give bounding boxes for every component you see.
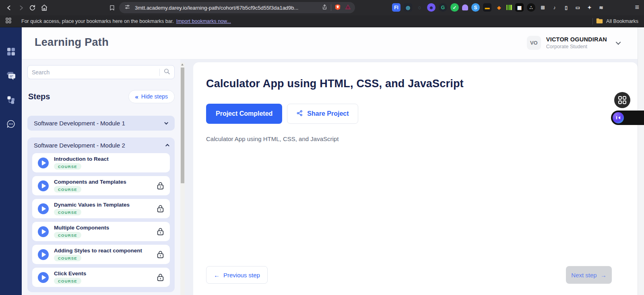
page-content: Learning Path VO VICTOR OGUNDIRAN Corpor… — [0, 27, 644, 295]
next-step-button[interactable]: Next step → — [566, 266, 612, 284]
module-2-accordion[interactable]: Software Development - Module 2 — [27, 137, 175, 153]
course-title: Introduction to React — [54, 156, 164, 162]
course-badge: COURSE — [54, 209, 81, 215]
play-icon[interactable] — [38, 226, 49, 237]
search-input[interactable] — [32, 69, 159, 76]
avatar[interactable]: VO — [527, 36, 541, 50]
play-icon[interactable] — [38, 249, 49, 260]
widget-grid-button[interactable] — [614, 92, 630, 108]
share-project-button[interactable]: Share Project — [287, 104, 358, 124]
chevron-up-icon — [165, 143, 169, 148]
shield-wifi-icon[interactable]: ≋ — [597, 3, 605, 12]
play-icon[interactable] — [38, 272, 49, 283]
double-chevron-left-icon: « — [135, 93, 138, 100]
page-title: Learning Path — [35, 36, 109, 49]
previous-step-button[interactable]: ← Previous step — [206, 266, 268, 284]
all-bookmarks-label[interactable]: All Bookmarks — [606, 18, 638, 24]
purple-assistant-icon[interactable]: ☻ — [427, 3, 436, 12]
share-nodes-icon — [296, 110, 303, 118]
course-item[interactable]: Click EventsCOURSE — [32, 268, 170, 287]
course-item[interactable]: Components and TemplatesCOURSE — [32, 176, 170, 195]
module-2-title: Software Development - Module 2 — [34, 142, 125, 149]
browser-menu-icon[interactable]: ≡ — [635, 3, 639, 12]
music-note-icon[interactable]: ♪ — [550, 3, 559, 12]
app-header: Learning Path VO VICTOR OGUNDIRAN Corpor… — [22, 27, 644, 59]
share-project-label: Share Project — [307, 110, 349, 117]
play-icon[interactable] — [38, 203, 49, 214]
home-icon[interactable] — [39, 3, 49, 12]
flow-chart-icon[interactable] — [6, 95, 16, 104]
s-assistant-icon[interactable]: S — [471, 3, 480, 12]
apps-grid-icon[interactable] — [5, 17, 12, 25]
course-item[interactable]: Dynamic Values in TemplatesCOURSE — [32, 199, 170, 218]
share-icon[interactable] — [322, 4, 328, 12]
browser-toolbar: 3mtt.academy.darey.io/learning-path/coho… — [0, 0, 644, 15]
bookmarks-divider — [592, 18, 593, 25]
next-step-label: Next step — [571, 272, 597, 279]
dashboard-grid-icon[interactable] — [6, 47, 16, 56]
course-badge: COURSE — [54, 232, 81, 238]
wallet-icon[interactable]: ▭ — [574, 3, 582, 12]
lock-icon — [156, 182, 164, 190]
forward-icon[interactable] — [16, 3, 26, 12]
dimmed-extension-icon[interactable]: ◌ — [415, 3, 424, 12]
ai-assistant-widget[interactable] — [611, 111, 644, 125]
chevron-down-icon[interactable] — [616, 40, 621, 45]
user-role: Corporate Student — [546, 44, 607, 49]
steps-panel: Steps « Hide steps Software Development … — [22, 59, 180, 295]
project-description: Calculator App using HTML, CSS, and Java… — [206, 135, 339, 142]
brave-rewards-icon[interactable] — [345, 4, 351, 11]
import-bookmarks-link[interactable]: Import bookmarks now... — [176, 18, 231, 24]
inner-scrollbar[interactable] — [180, 63, 185, 295]
module-1-accordion[interactable]: Software Development - Module 1 — [27, 116, 175, 131]
play-icon[interactable] — [38, 158, 49, 168]
brave-shield-icon[interactable] — [334, 4, 341, 12]
scroll-up-arrow[interactable] — [181, 64, 184, 66]
ghost-icon[interactable] — [462, 4, 468, 10]
ai-robot-icon — [613, 112, 624, 123]
course-title: Adding Styles to react component — [54, 248, 156, 254]
search-icon[interactable] — [163, 68, 170, 76]
messages-icon[interactable] — [6, 71, 16, 80]
grammarly-icon[interactable]: G — [439, 3, 447, 12]
module-1-title: Software Development - Module 1 — [34, 120, 125, 127]
support-chat-icon[interactable] — [6, 119, 16, 129]
address-bar[interactable]: 3mtt.academy.darey.io/learning-path/coho… — [119, 2, 355, 13]
url-text[interactable]: 3mtt.academy.darey.io/learning-path/coho… — [135, 5, 319, 11]
back-icon[interactable] — [4, 3, 14, 12]
bookmark-icon[interactable] — [107, 3, 117, 12]
react-devtools-icon[interactable]: ◎ — [404, 3, 412, 12]
course-title: Dynamic Values in Templates — [54, 202, 156, 208]
user-menu[interactable]: VO VICTOR OGUNDIRAN Corporate Student — [527, 36, 621, 50]
green-bars-icon[interactable] — [506, 5, 512, 10]
steps-heading: Steps — [28, 92, 50, 101]
steps-header-row: Steps « Hide steps — [28, 88, 175, 104]
course-item[interactable]: Multiple ComponentsCOURSE — [32, 222, 170, 241]
course-item[interactable]: Adding Styles to react componentCOURSE — [32, 245, 170, 264]
side-panel-icon[interactable]: ▯ — [562, 3, 570, 12]
extensions-row: Fl◎◌☻G✓S▬◆▦∴⊞♪▯▭✦≋ — [392, 3, 605, 12]
scrollbar-thumb[interactable] — [181, 68, 184, 183]
arrow-left-icon: ← — [214, 272, 220, 279]
site-permissions-icon[interactable] — [124, 4, 130, 12]
puzzle-icon[interactable]: ⊞ — [539, 3, 547, 12]
course-item[interactable]: Introduction to ReactCOURSE — [32, 153, 170, 172]
lock-icon — [156, 205, 164, 213]
project-completed-button[interactable]: Project Completed — [206, 104, 282, 124]
black-grid-icon[interactable]: ▦ — [515, 3, 524, 12]
app-sidebar — [0, 27, 22, 295]
green-check-icon[interactable]: ✓ — [450, 3, 459, 12]
dotted-circle-icon[interactable]: ∴ — [527, 3, 535, 12]
reload-icon[interactable] — [27, 3, 37, 12]
dark-wallet-icon[interactable]: ▬ — [483, 3, 491, 12]
sparkle-icon[interactable]: ✦ — [585, 3, 594, 12]
chevron-down-icon — [164, 121, 168, 125]
page-scrollbar[interactable] — [638, 27, 644, 295]
play-icon[interactable] — [38, 180, 49, 191]
hide-steps-button[interactable]: « Hide steps — [128, 90, 175, 103]
fl-tool-icon[interactable]: Fl — [392, 3, 400, 12]
lock-icon — [156, 228, 164, 236]
folder-icon — [596, 18, 603, 25]
metamask-fox-icon[interactable]: ◆ — [495, 3, 503, 12]
previous-step-label: Previous step — [223, 272, 260, 279]
